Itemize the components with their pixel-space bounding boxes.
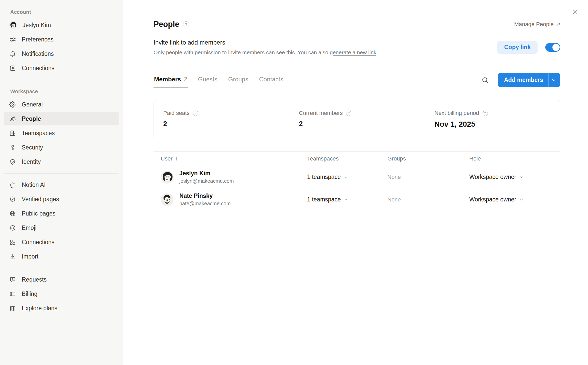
- invite-link-heading: Invite link to add members: [154, 39, 376, 46]
- stat-paid-seats: Paid seats ? 2: [154, 100, 289, 139]
- chevron-down-icon: [519, 175, 524, 179]
- groups-value: None: [387, 174, 469, 180]
- avatar: [161, 193, 173, 206]
- chevron-down-icon: [344, 198, 348, 202]
- sidebar-item-verified-pages[interactable]: Verified pages: [4, 192, 119, 206]
- role-select[interactable]: Workspace owner: [469, 196, 560, 203]
- sidebar-item-preferences[interactable]: Preferences: [4, 33, 119, 46]
- people-icon: [9, 115, 16, 122]
- help-icon[interactable]: ?: [183, 21, 189, 27]
- sidebar-item-security[interactable]: Security: [4, 141, 119, 154]
- search-button[interactable]: [480, 75, 490, 85]
- table-row[interactable]: Nate Pinsky nate@makeacme.com 1 teamspac…: [154, 188, 560, 211]
- column-teamspaces: Teamspaces: [307, 155, 387, 162]
- teamspaces-select[interactable]: 1 teamspace: [307, 196, 387, 203]
- tab-guests[interactable]: Guests: [198, 72, 218, 88]
- chevron-down-icon[interactable]: [550, 76, 558, 84]
- tab-groups[interactable]: Groups: [228, 72, 249, 88]
- shield-check-icon: [9, 158, 16, 165]
- sidebar-item-label: Identity: [22, 158, 41, 165]
- sidebar-item-identity[interactable]: Identity: [4, 155, 119, 168]
- sidebar-item-connections-account[interactable]: Connections: [4, 61, 119, 75]
- verified-badge-icon: [9, 196, 16, 203]
- globe-icon: [9, 210, 16, 217]
- add-members-button[interactable]: Add members: [498, 73, 560, 87]
- button-divider: [548, 73, 549, 87]
- add-members-label: Add members: [504, 77, 543, 83]
- key-icon: [9, 144, 16, 151]
- member-name: Jeslyn Kim: [179, 170, 234, 177]
- toggle-knob: [552, 44, 560, 51]
- sidebar-item-label: Jeslyn Kim: [23, 22, 51, 29]
- credit-card-icon: [9, 291, 16, 297]
- column-role: Role: [469, 155, 560, 162]
- sidebar-item-emoji[interactable]: Emoji: [4, 221, 119, 234]
- smiley-icon: [9, 224, 16, 231]
- sidebar-section-account: Account: [10, 8, 123, 16]
- table-row[interactable]: Jeslyn Kim jeslyn@makeacme.com 1 teamspa…: [154, 166, 560, 188]
- billing-stats-card: Paid seats ? 2 Current members ? 2 Next …: [154, 100, 560, 139]
- column-user[interactable]: User ↑: [154, 155, 307, 162]
- notion-ai-icon: [9, 181, 16, 188]
- request-bubble-icon: [9, 276, 16, 283]
- tab-members[interactable]: Members2: [154, 72, 188, 88]
- teamspaces-select[interactable]: 1 teamspace: [307, 174, 387, 180]
- help-icon[interactable]: ?: [483, 111, 488, 116]
- close-button[interactable]: [570, 7, 580, 16]
- settings-sidebar: Account Jeslyn Kim Preferenc: [0, 0, 123, 365]
- sidebar-item-label: Notifications: [22, 50, 54, 57]
- sidebar-item-notifications[interactable]: Notifications: [4, 47, 119, 60]
- sidebar-item-label: Connections: [22, 239, 55, 246]
- sidebar-item-general[interactable]: General: [4, 98, 119, 111]
- sliders-icon: [9, 36, 16, 43]
- generate-new-link[interactable]: generate a new link: [330, 49, 376, 55]
- invite-link-toggle[interactable]: [545, 43, 560, 52]
- import-download-icon: [9, 253, 16, 260]
- avatar: [161, 171, 173, 184]
- bell-icon: [9, 50, 16, 57]
- member-email: nate@makeacme.com: [179, 201, 231, 207]
- role-select[interactable]: Workspace owner: [469, 174, 560, 180]
- sort-ascending-icon: ↑: [175, 156, 178, 162]
- copy-link-button[interactable]: Copy link: [497, 41, 538, 54]
- sidebar-item-label: Verified pages: [22, 196, 59, 203]
- sidebar-item-account-profile[interactable]: Jeslyn Kim: [4, 18, 119, 32]
- sidebar-item-billing[interactable]: Billing: [4, 287, 119, 300]
- search-icon: [481, 76, 489, 84]
- tab-contacts[interactable]: Contacts: [258, 72, 284, 88]
- people-tabs: Members2 Guests Groups Contacts: [154, 72, 284, 88]
- map-icon: [9, 305, 16, 312]
- gear-icon: [9, 101, 16, 108]
- manage-people-link[interactable]: Manage People ↗: [514, 21, 560, 28]
- chevron-down-icon: [344, 175, 348, 179]
- help-icon[interactable]: ?: [346, 111, 351, 116]
- paid-seats-value: 2: [163, 120, 289, 128]
- sidebar-item-explore-plans[interactable]: Explore plans: [4, 302, 119, 315]
- sidebar-item-label: Requests: [22, 276, 47, 283]
- sidebar-item-label: Connections: [22, 65, 55, 72]
- sidebar-item-label: Preferences: [22, 36, 53, 43]
- current-members-value: 2: [299, 120, 424, 128]
- sidebar-item-public-pages[interactable]: Public pages: [4, 207, 119, 220]
- sidebar-item-people[interactable]: People: [4, 112, 119, 125]
- manage-people-label: Manage People: [514, 21, 553, 28]
- sidebar-item-label: Public pages: [22, 210, 56, 217]
- arrow-up-right-box-icon: [9, 65, 16, 72]
- sidebar-item-teamspaces[interactable]: Teamspaces: [4, 126, 119, 140]
- member-name: Nate Pinsky: [179, 192, 231, 200]
- sidebar-item-label: Emoji: [22, 224, 37, 231]
- members-table: User ↑ Teamspaces Groups Role: [154, 151, 560, 211]
- sidebar-item-import[interactable]: Import: [4, 250, 119, 263]
- table-header: User ↑ Teamspaces Groups Role: [154, 151, 560, 166]
- member-email: jeslyn@makeacme.com: [179, 178, 234, 184]
- sidebar-item-notion-ai[interactable]: Notion AI: [4, 178, 119, 191]
- building-icon: [9, 130, 16, 137]
- invite-link-description: Only people with permission to invite me…: [154, 49, 376, 56]
- next-billing-value: Nov 1, 2025: [434, 120, 560, 128]
- help-icon[interactable]: ?: [193, 111, 198, 116]
- stat-next-billing-period: Next billing period ? Nov 1, 2025: [425, 100, 560, 139]
- sidebar-item-requests[interactable]: Requests: [4, 273, 119, 286]
- page-title: People: [154, 20, 179, 29]
- sidebar-divider: [4, 173, 119, 174]
- sidebar-item-connections-workspace[interactable]: Connections: [4, 235, 119, 249]
